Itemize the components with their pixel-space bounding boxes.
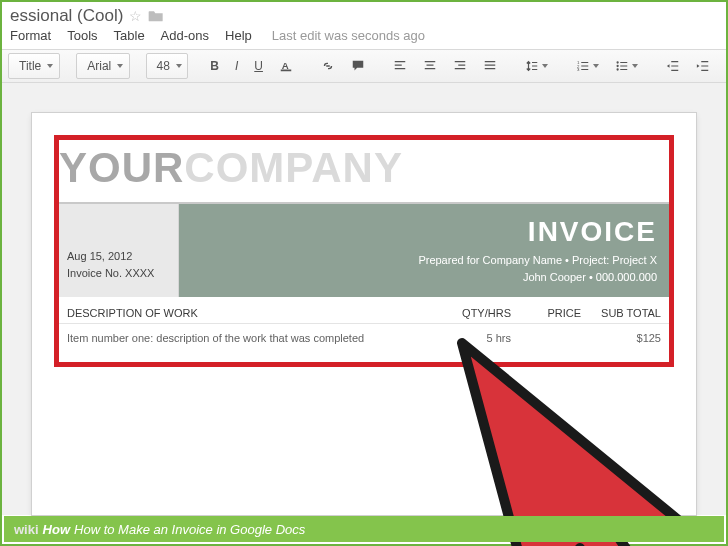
invoice-date: Aug 15, 2012	[67, 248, 170, 265]
svg-point-7	[616, 68, 618, 70]
menubar: Format Tools Table Add-ons Help Last edi…	[2, 26, 726, 49]
bulleted-list-button[interactable]	[609, 53, 644, 79]
menu-format[interactable]: Format	[10, 28, 51, 43]
font-family-value: Arial	[87, 59, 111, 73]
underline-button[interactable]: U	[248, 53, 269, 79]
chevron-down-icon	[542, 64, 548, 68]
chevron-down-icon	[632, 64, 638, 68]
svg-point-6	[616, 65, 618, 67]
toolbar: Title Arial 48 B I U A	[2, 49, 726, 83]
align-justify-button[interactable]	[477, 53, 503, 79]
menu-tools[interactable]: Tools	[67, 28, 97, 43]
col-header-subtotal: SUB TOTAL	[581, 307, 661, 319]
invoice-banner: Aug 15, 2012 Invoice No. XXXX INVOICE Pr…	[59, 204, 669, 297]
outdent-button[interactable]	[660, 53, 686, 79]
invoice-heading: INVOICE	[191, 216, 657, 248]
annotation-highlight-box: YOURCOMPANY Aug 15, 2012 Invoice No. XXX…	[54, 135, 674, 367]
col-header-description: DESCRIPTION OF WORK	[67, 307, 441, 319]
col-header-qty: QTY/HRS	[441, 307, 511, 319]
chevron-down-icon	[176, 64, 182, 68]
italic-button[interactable]: I	[229, 53, 244, 79]
invoice-prepared-for: Prepared for Company Name • Project: Pro…	[191, 252, 657, 269]
font-size-combo[interactable]: 48	[146, 53, 188, 79]
company-name-rest: COMPANY	[184, 144, 403, 191]
chevron-down-icon	[593, 64, 599, 68]
align-left-button[interactable]	[387, 53, 413, 79]
company-name-heading[interactable]: YOURCOMPANY	[59, 140, 669, 204]
document-worksurface[interactable]: YOURCOMPANY Aug 15, 2012 Invoice No. XXX…	[2, 83, 726, 515]
chevron-down-icon	[117, 64, 123, 68]
font-family-combo[interactable]: Arial	[76, 53, 130, 79]
insert-link-button[interactable]	[315, 53, 341, 79]
folder-icon[interactable]	[148, 9, 164, 23]
paragraph-style-combo[interactable]: Title	[8, 53, 60, 79]
align-center-button[interactable]	[417, 53, 443, 79]
invoice-table-row[interactable]: Item number one: description of the work…	[59, 324, 669, 352]
col-header-price: PRICE	[511, 307, 581, 319]
paragraph-style-value: Title	[19, 59, 41, 73]
text-color-button[interactable]: A	[273, 53, 299, 79]
wikihow-logo-how: How	[43, 522, 70, 537]
document-title[interactable]: essional (Cool)	[10, 6, 123, 26]
svg-text:3: 3	[577, 67, 580, 72]
document-page[interactable]: YOURCOMPANY Aug 15, 2012 Invoice No. XXX…	[32, 113, 696, 515]
cell-price	[511, 332, 581, 344]
line-spacing-button[interactable]	[519, 53, 554, 79]
bold-button[interactable]: B	[204, 53, 225, 79]
wikihow-caption-bar: wikiHow How to Make an Invoice in Google…	[4, 516, 724, 542]
cell-description: Item number one: description of the work…	[67, 332, 441, 344]
invoice-contact: John Cooper • 000.000.000	[191, 269, 657, 286]
wikihow-article-title: How to Make an Invoice in Google Docs	[74, 522, 305, 537]
menu-addons[interactable]: Add-ons	[161, 28, 209, 43]
numbered-list-button[interactable]: 123	[570, 53, 605, 79]
svg-text:A: A	[282, 60, 289, 71]
font-size-value: 48	[157, 59, 170, 73]
invoice-number: Invoice No. XXXX	[67, 265, 170, 282]
insert-comment-button[interactable]	[345, 53, 371, 79]
titlebar: essional (Cool) ☆	[2, 2, 726, 26]
svg-point-5	[616, 61, 618, 63]
cell-subtotal: $125	[581, 332, 661, 344]
chevron-down-icon	[47, 64, 53, 68]
svg-rect-1	[281, 70, 292, 72]
last-edit-label[interactable]: Last edit was seconds ago	[272, 28, 425, 43]
indent-button[interactable]	[690, 53, 716, 79]
invoice-table-header: DESCRIPTION OF WORK QTY/HRS PRICE SUB TO…	[59, 297, 669, 324]
align-right-button[interactable]	[447, 53, 473, 79]
menu-table[interactable]: Table	[114, 28, 145, 43]
wikihow-logo-wiki: wiki	[14, 522, 39, 537]
invoice-meta-panel[interactable]: Aug 15, 2012 Invoice No. XXXX	[59, 204, 179, 297]
menu-help[interactable]: Help	[225, 28, 252, 43]
invoice-title-panel[interactable]: INVOICE Prepared for Company Name • Proj…	[179, 204, 669, 297]
cell-qty: 5 hrs	[441, 332, 511, 344]
star-icon[interactable]: ☆	[129, 8, 142, 24]
company-name-your: YOUR	[59, 144, 184, 191]
